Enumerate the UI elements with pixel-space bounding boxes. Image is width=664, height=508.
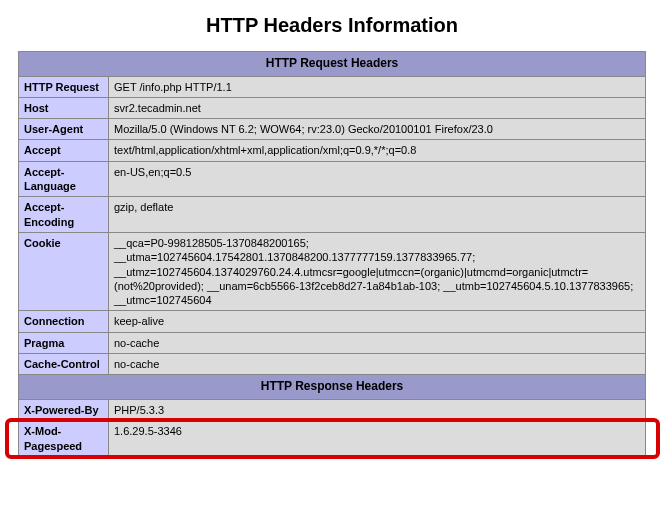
headers-table-wrap: HTTP Request HeadersHTTP RequestGET /inf… <box>18 51 646 457</box>
request-header-row: Accepttext/html,application/xhtml+xml,ap… <box>19 140 646 161</box>
header-key: HTTP Request <box>19 76 109 97</box>
header-key: Pragma <box>19 332 109 353</box>
header-key: User-Agent <box>19 119 109 140</box>
request-header-row: Cookie__qca=P0-998128505-1370848200165; … <box>19 232 646 310</box>
request-header-row: Pragmano-cache <box>19 332 646 353</box>
header-value: gzip, deflate <box>109 197 646 233</box>
headers-table: HTTP Request HeadersHTTP RequestGET /inf… <box>18 51 646 457</box>
header-key: X-Mod-Pagespeed <box>19 421 109 457</box>
header-value: text/html,application/xhtml+xml,applicat… <box>109 140 646 161</box>
request-header-row: HTTP RequestGET /info.php HTTP/1.1 <box>19 76 646 97</box>
header-key: Host <box>19 97 109 118</box>
response-header-row: X-Powered-ByPHP/5.3.3 <box>19 399 646 420</box>
request-header-row: Cache-Controlno-cache <box>19 354 646 375</box>
header-key: Cache-Control <box>19 354 109 375</box>
section-header: HTTP Response Headers <box>19 375 646 400</box>
response-header-row: X-Mod-Pagespeed1.6.29.5-3346 <box>19 421 646 457</box>
header-key: Accept <box>19 140 109 161</box>
request-header-row: Accept-Languageen-US,en;q=0.5 <box>19 161 646 197</box>
request-header-row: User-AgentMozilla/5.0 (Windows NT 6.2; W… <box>19 119 646 140</box>
header-value: no-cache <box>109 354 646 375</box>
header-key: X-Powered-By <box>19 399 109 420</box>
header-key: Cookie <box>19 232 109 310</box>
request-header-row: Hostsvr2.tecadmin.net <box>19 97 646 118</box>
header-value: 1.6.29.5-3346 <box>109 421 646 457</box>
request-header-row: Accept-Encodinggzip, deflate <box>19 197 646 233</box>
page-title: HTTP Headers Information <box>18 14 646 37</box>
section-header: HTTP Request Headers <box>19 52 646 77</box>
header-value: PHP/5.3.3 <box>109 399 646 420</box>
request-header-row: Connectionkeep-alive <box>19 311 646 332</box>
header-value: svr2.tecadmin.net <box>109 97 646 118</box>
header-value: en-US,en;q=0.5 <box>109 161 646 197</box>
header-value: Mozilla/5.0 (Windows NT 6.2; WOW64; rv:2… <box>109 119 646 140</box>
header-value: __qca=P0-998128505-1370848200165; __utma… <box>109 232 646 310</box>
header-key: Connection <box>19 311 109 332</box>
header-value: GET /info.php HTTP/1.1 <box>109 76 646 97</box>
header-value: no-cache <box>109 332 646 353</box>
header-value: keep-alive <box>109 311 646 332</box>
header-key: Accept-Encoding <box>19 197 109 233</box>
header-key: Accept-Language <box>19 161 109 197</box>
